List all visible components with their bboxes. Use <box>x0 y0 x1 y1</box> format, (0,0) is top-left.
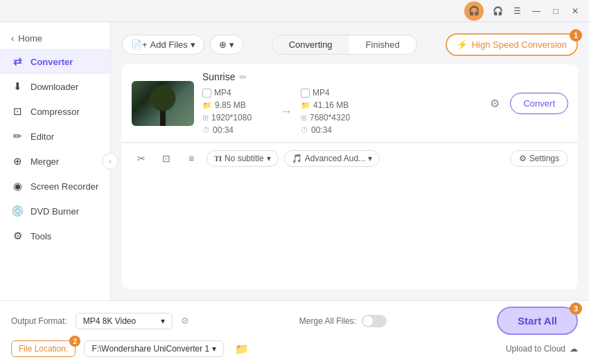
add-folder-button[interactable]: ⊕ ▾ <box>210 35 243 55</box>
source-format-row: MP4 <box>202 88 272 98</box>
bottom-bar: Output Format: MP4 8K Video ▾ ⚙ Merge Al… <box>0 300 589 364</box>
start-all-button[interactable]: Start All 3 <box>497 307 578 335</box>
edit-icon[interactable]: ✏ <box>239 72 247 82</box>
file-name-row: Sunrise ✏ <box>202 71 477 82</box>
output-format: MP4 <box>313 88 330 98</box>
close-button[interactable]: ✕ <box>567 3 583 19</box>
titlebar: 🎧 🎧 ☰ — □ ✕ <box>0 0 589 22</box>
output-duration: 00:34 <box>311 125 332 135</box>
tab-finished[interactable]: Finished <box>349 35 416 54</box>
path-chevron-icon: ▾ <box>212 344 216 354</box>
browse-folder-button[interactable]: 📁 <box>232 339 252 358</box>
thumbnail-image <box>132 81 194 126</box>
sidebar-item-screen-recorder[interactable]: ◉ Screen Recorder <box>0 174 110 199</box>
crop-icon[interactable]: ⊡ <box>157 149 176 168</box>
settings-label: Settings <box>529 154 559 163</box>
sidebar-item-dvd-burner[interactable]: 💿 DVD Burner <box>0 199 110 224</box>
maximize-button[interactable]: □ <box>547 3 564 19</box>
source-duration-row: ⏱ 00:34 <box>202 125 272 135</box>
audio-icon: 🎵 <box>292 154 302 163</box>
lightning-icon: ⚡ <box>457 39 468 50</box>
sidebar-item-editor-label: Editor <box>30 131 54 142</box>
output-size-row: 📁 41.16 MB <box>301 100 370 110</box>
effects-icon[interactable]: ≡ <box>182 149 201 168</box>
back-label: Home <box>18 33 42 44</box>
audio-select[interactable]: 🎵 Advanced Aud... ▾ <box>284 150 380 167</box>
merge-label: Merge All Files: <box>299 316 356 326</box>
location-path-value: F:\Wondershare UniConverter 1 <box>91 344 209 354</box>
app-body: ‹ Home ⇄ Converter ⬇ Downloader ⊡ Compre… <box>0 22 589 300</box>
menu-icon[interactable]: ☰ <box>509 3 525 19</box>
source-format: MP4 <box>214 88 231 98</box>
start-all-badge: 3 <box>570 302 582 315</box>
settings-button[interactable]: ⚙ Settings <box>510 150 568 167</box>
toolbar: 📄+ Add Files ▾ ⊕ ▾ Converting Finished ⚡… <box>122 33 578 56</box>
minimize-button[interactable]: — <box>528 3 545 19</box>
subtitle-icon: 𝐓𝐈 <box>214 154 222 163</box>
file-list: Sunrise ✏ MP4 📁 9.85 MB <box>122 64 578 289</box>
file-thumbnail <box>132 81 194 126</box>
cloud-upload-icon[interactable]: ☁ <box>570 344 578 354</box>
sidebar-item-tools-label: Tools <box>30 231 51 242</box>
output-resolution: 7680*4320 <box>310 113 350 122</box>
add-folder-chevron-icon: ▾ <box>229 39 234 50</box>
headphone-icon[interactable]: 🎧 <box>489 3 506 19</box>
sidebar-collapse-button[interactable]: ‹ <box>102 153 118 170</box>
settings-gear-icon[interactable]: ⚙ <box>485 93 504 113</box>
output-clock-icon: ⏱ <box>301 126 308 134</box>
audio-label: Advanced Aud... <box>305 154 365 163</box>
sidebar-item-compressor[interactable]: ⊡ Compressor <box>0 99 110 124</box>
add-folder-icon: ⊕ <box>219 39 227 50</box>
bottom-row-1: Output Format: MP4 8K Video ▾ ⚙ Merge Al… <box>11 307 578 335</box>
compressor-icon: ⊡ <box>11 105 24 118</box>
sidebar-item-converter[interactable]: ⇄ Converter <box>0 49 110 74</box>
output-format-row: MP4 <box>301 88 370 98</box>
converter-icon: ⇄ <box>11 55 24 68</box>
back-button[interactable]: ‹ Home <box>0 28 110 49</box>
file-icon: 📁 <box>202 101 212 110</box>
clock-icon: ⏱ <box>202 126 210 134</box>
sidebar-item-tools[interactable]: ⚙ Tools <box>0 224 110 248</box>
add-files-chevron-icon: ▾ <box>191 39 195 50</box>
file-location-button[interactable]: File Location: 2 <box>11 340 76 357</box>
sidebar-item-editor[interactable]: ✏ Editor <box>0 124 110 149</box>
output-format-label: Output Format: <box>11 316 67 326</box>
add-files-button[interactable]: 📄+ Add Files ▾ <box>122 35 204 55</box>
source-meta: MP4 📁 9.85 MB ⊞ 1920*1080 ⏱ <box>202 88 272 135</box>
format-chevron-icon: ▾ <box>161 316 165 326</box>
output-file-icon: 📁 <box>301 101 310 110</box>
subtitle-chevron-icon: ▾ <box>267 154 271 163</box>
output-checkbox[interactable] <box>301 89 310 98</box>
add-files-label: Add Files <box>150 39 188 50</box>
location-path: F:\Wondershare UniConverter 1 ▾ <box>84 340 224 357</box>
editor-icon: ✏ <box>11 130 24 143</box>
tab-converting[interactable]: Converting <box>272 35 349 54</box>
merge-toggle[interactable] <box>362 315 387 327</box>
downloader-icon: ⬇ <box>11 80 24 93</box>
output-duration-row: ⏱ 00:34 <box>301 125 370 135</box>
file-meta: MP4 📁 9.85 MB ⊞ 1920*1080 ⏱ <box>202 88 477 135</box>
start-all-label: Start All <box>518 315 557 327</box>
tools-icon: ⚙ <box>11 230 24 242</box>
format-settings-icon[interactable]: ⚙ <box>181 316 189 326</box>
format-select[interactable]: MP4 8K Video ▾ <box>76 313 173 329</box>
sidebar-item-merger-label: Merger <box>30 156 59 167</box>
cut-icon[interactable]: ✂ <box>132 149 151 168</box>
file-location-label: File Location: <box>19 344 68 354</box>
sidebar-item-dvd-burner-label: DVD Burner <box>30 206 79 217</box>
sidebar-item-downloader[interactable]: ⬇ Downloader <box>0 74 110 99</box>
format-value: MP4 8K Video <box>83 316 137 326</box>
high-speed-button[interactable]: ⚡ High Speed Conversion 1 <box>446 33 578 56</box>
subtitle-select[interactable]: 𝐓𝐈 No subtitle ▾ <box>206 150 279 167</box>
output-resolution-row: ⊞ 7680*4320 <box>301 113 370 122</box>
upload-row: Upload to Cloud ☁ <box>506 344 578 354</box>
sidebar-item-merger[interactable]: ⊕ Merger <box>0 149 110 174</box>
add-files-icon: 📄+ <box>131 39 148 50</box>
source-checkbox[interactable] <box>202 89 211 98</box>
source-resolution: 1920*1080 <box>211 113 252 122</box>
bottom-row-2: File Location: 2 F:\Wondershare UniConve… <box>11 339 578 358</box>
high-speed-badge: 1 <box>570 29 582 42</box>
convert-button[interactable]: Convert <box>510 93 568 114</box>
tab-group: Converting Finished <box>272 35 417 55</box>
notification-icon[interactable]: 🎧 <box>464 1 484 21</box>
